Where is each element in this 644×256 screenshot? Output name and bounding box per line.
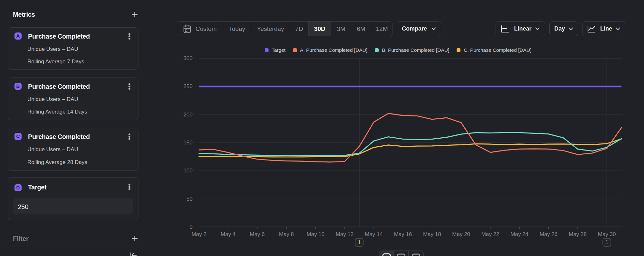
svg-text:1: 1	[605, 240, 608, 245]
svg-text:300: 300	[184, 55, 193, 61]
svg-text:May 4: May 4	[221, 231, 235, 237]
svg-text:May 18: May 18	[423, 231, 441, 237]
svg-text:May 2: May 2	[192, 231, 206, 237]
svg-text:May 12: May 12	[336, 231, 354, 237]
svg-text:150: 150	[184, 140, 193, 146]
svg-text:May 26: May 26	[540, 231, 558, 237]
svg-text:May 8: May 8	[279, 231, 294, 237]
svg-text:1: 1	[358, 240, 361, 245]
svg-text:0: 0	[190, 224, 193, 230]
svg-text:100: 100	[184, 168, 193, 174]
svg-text:May 22: May 22	[481, 231, 499, 237]
svg-text:May 24: May 24	[510, 231, 528, 237]
svg-text:May 10: May 10	[307, 231, 325, 237]
svg-text:May 28: May 28	[569, 231, 587, 237]
svg-text:May 20: May 20	[452, 231, 470, 237]
svg-text:200: 200	[184, 112, 193, 118]
svg-text:May 16: May 16	[394, 231, 412, 237]
svg-text:250: 250	[184, 83, 193, 89]
svg-text:May 6: May 6	[250, 231, 265, 237]
svg-text:May 14: May 14	[365, 231, 383, 237]
svg-text:May 30: May 30	[598, 231, 616, 237]
svg-text:50: 50	[186, 196, 193, 202]
